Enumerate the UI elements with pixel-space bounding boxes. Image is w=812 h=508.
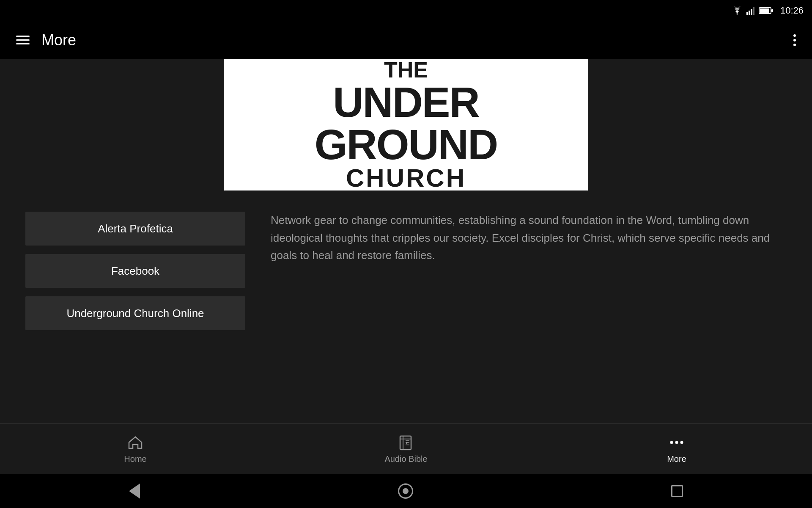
system-nav (0, 474, 812, 508)
svg-rect-1 (749, 11, 750, 15)
logo-text: THE UNDER GROUND CHURCH (315, 59, 497, 191)
home-icon (127, 434, 144, 451)
menu-line-2 (16, 39, 30, 41)
description-text: Network gear to change communities, esta… (271, 212, 787, 265)
menu-button[interactable] (13, 32, 33, 48)
menu-line-1 (16, 36, 30, 37)
svg-point-14 (675, 441, 678, 444)
status-time: 10:26 (780, 5, 804, 16)
links-panel: Alerta Profetica Facebook Underground Ch… (25, 212, 245, 330)
wifi-icon (731, 6, 743, 15)
status-icons: 10:26 (731, 5, 804, 16)
main-content: THE UNDER GROUND CHURCH Alerta Profetica… (0, 59, 812, 423)
more-dot-1 (793, 34, 796, 37)
svg-rect-6 (771, 9, 773, 12)
recents-square-icon (671, 485, 683, 497)
audio-bible-icon (398, 434, 414, 451)
back-triangle-icon (129, 483, 140, 499)
svg-rect-3 (753, 7, 754, 15)
svg-rect-7 (400, 436, 411, 450)
description-panel: Network gear to change communities, esta… (271, 212, 787, 330)
church-logo: THE UNDER GROUND CHURCH (224, 59, 588, 190)
home-circle-icon (398, 483, 413, 499)
logo-ground: GROUND (315, 123, 497, 166)
page-title: More (41, 31, 790, 49)
signal-icon (746, 6, 756, 15)
more-options-button[interactable] (790, 31, 799, 50)
logo-the: THE (315, 59, 497, 81)
nav-more-label: More (667, 454, 686, 464)
content-section: Alerta Profetica Facebook Underground Ch… (0, 190, 812, 330)
svg-rect-5 (760, 8, 769, 13)
more-nav-icon (668, 434, 685, 451)
nav-audio-bible[interactable]: Audio Bible (271, 434, 541, 464)
facebook-button[interactable]: Facebook (25, 254, 245, 288)
status-bar: 10:26 (0, 0, 812, 21)
menu-line-3 (16, 43, 30, 44)
more-dot-2 (793, 39, 796, 41)
svg-point-13 (670, 441, 673, 444)
nav-home[interactable]: Home (0, 434, 271, 464)
home-button[interactable] (398, 483, 413, 499)
recents-button[interactable] (671, 485, 683, 497)
back-button[interactable] (129, 483, 140, 499)
logo-church: CHURCH (315, 166, 497, 191)
nav-more[interactable]: More (541, 434, 812, 464)
svg-rect-2 (751, 9, 752, 15)
alerta-profetica-button[interactable]: Alerta Profetica (25, 212, 245, 246)
svg-rect-0 (746, 12, 748, 15)
nav-audio-bible-label: Audio Bible (384, 454, 427, 464)
app-bar: More (0, 21, 812, 59)
underground-church-online-button[interactable]: Underground Church Online (25, 296, 245, 330)
nav-home-label: Home (124, 454, 146, 464)
svg-point-15 (680, 441, 683, 444)
more-dot-3 (793, 44, 796, 46)
battery-icon (759, 7, 774, 14)
logo-under: UNDER (315, 81, 497, 123)
bottom-nav: Home Audio Bible More (0, 423, 812, 474)
